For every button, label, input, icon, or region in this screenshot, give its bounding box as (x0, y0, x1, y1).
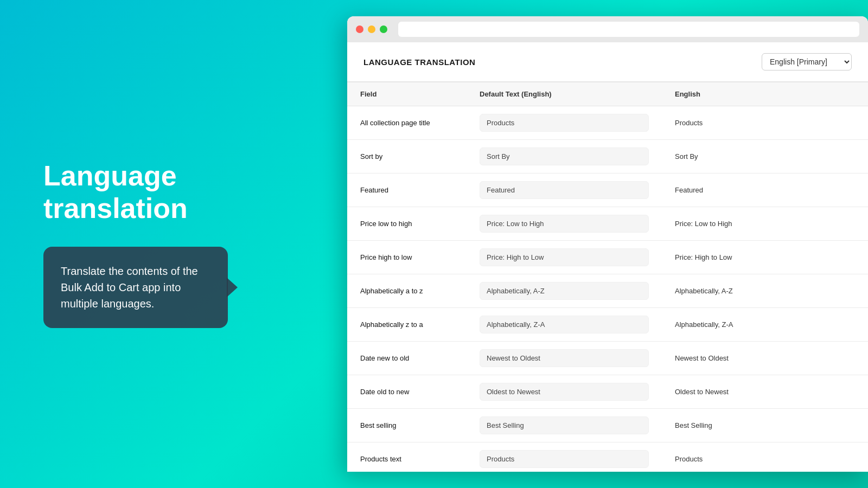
field-label: Best selling (347, 409, 467, 442)
table-row: Date old to newOldest to Newest (347, 375, 868, 409)
english-text-cell: Oldest to Newest (662, 375, 868, 409)
description-text: Translate the contents of the Bulk Add t… (61, 263, 210, 312)
default-text-cell (467, 409, 662, 442)
language-select[interactable]: English [Primary] French Spanish German (762, 53, 852, 70)
field-label: Alphabetically z to a (347, 308, 467, 342)
main-heading: Language translation (43, 160, 228, 225)
fullscreen-dot[interactable] (380, 25, 387, 33)
english-value: Alphabetically, A-Z (675, 284, 733, 298)
default-text-input[interactable] (480, 316, 649, 333)
table-row: Sort bySort By (347, 140, 868, 174)
default-text-cell (467, 174, 662, 207)
english-text-cell: Alphabetically, A-Z (662, 274, 868, 308)
default-text-cell (467, 241, 662, 274)
default-text-input[interactable] (480, 114, 649, 132)
default-text-cell (467, 342, 662, 375)
description-box: Translate the contents of the Bulk Add t… (43, 247, 228, 328)
default-text-input[interactable] (480, 416, 649, 434)
table-row: Products textProducts (347, 442, 868, 472)
default-text-input[interactable] (480, 215, 649, 233)
default-text-input[interactable] (480, 181, 649, 199)
close-dot[interactable] (356, 25, 363, 33)
default-text-input[interactable] (480, 147, 649, 165)
default-text-input[interactable] (480, 450, 649, 468)
col-default-text: Default Text (English) (467, 82, 662, 106)
default-text-input[interactable] (480, 349, 649, 367)
default-text-cell (467, 308, 662, 342)
english-value: Newest to Oldest (675, 351, 729, 365)
english-text-cell: Alphabetically, Z-A (662, 308, 868, 342)
english-value: Oldest to Newest (675, 384, 729, 399)
english-text-cell: Products (662, 442, 868, 472)
field-label: Price high to low (347, 241, 467, 274)
page-title: LANGUAGE TRANSLATION (363, 57, 475, 67)
field-label: Sort by (347, 140, 467, 174)
col-english: English (662, 82, 868, 106)
english-text-cell: Price: Low to High (662, 207, 868, 241)
translation-table: Field Default Text (English) English All… (347, 82, 868, 472)
english-text-cell: Best Selling (662, 409, 868, 442)
table-row: Price high to lowPrice: High to Low (347, 241, 868, 274)
default-text-cell (467, 140, 662, 174)
english-text-cell: Sort By (662, 140, 868, 174)
english-value: Sort By (675, 149, 698, 164)
browser-window: LANGUAGE TRANSLATION English [Primary] F… (347, 16, 868, 472)
english-value: Best Selling (675, 418, 712, 433)
table-row: Alphabetically a to zAlphabetically, A-Z (347, 274, 868, 308)
table-header-row: Field Default Text (English) English (347, 82, 868, 106)
default-text-cell (467, 375, 662, 409)
default-text-input[interactable] (480, 248, 649, 266)
english-text-cell: Featured (662, 174, 868, 207)
address-bar (398, 22, 859, 37)
english-value: Alphabetically, Z-A (675, 317, 733, 332)
english-value: Price: High to Low (675, 250, 732, 265)
default-text-cell (467, 106, 662, 140)
default-text-cell (467, 207, 662, 241)
field-label: Price low to high (347, 207, 467, 241)
field-label: Date new to old (347, 342, 467, 375)
default-text-cell (467, 442, 662, 472)
field-label: All collection page title (347, 106, 467, 140)
table-row: Price low to highPrice: Low to High (347, 207, 868, 241)
english-text-cell: Price: High to Low (662, 241, 868, 274)
field-label: Alphabetically a to z (347, 274, 467, 308)
field-label: Featured (347, 174, 467, 207)
table-row: Best sellingBest Selling (347, 409, 868, 442)
field-label: Date old to new (347, 375, 467, 409)
title-bar (347, 16, 868, 42)
english-text-cell: Products (662, 106, 868, 140)
english-value: Price: Low to High (675, 216, 732, 231)
left-panel: Language translation Translate the conte… (0, 127, 260, 361)
app-header: LANGUAGE TRANSLATION English [Primary] F… (347, 42, 868, 82)
default-text-input[interactable] (480, 282, 649, 300)
english-value: Products (675, 452, 703, 466)
table-row: Alphabetically z to aAlphabetically, Z-A (347, 308, 868, 342)
default-text-cell (467, 274, 662, 308)
table-row: All collection page titleProducts (347, 106, 868, 140)
english-text-cell: Newest to Oldest (662, 342, 868, 375)
english-value: Products (675, 115, 703, 130)
minimize-dot[interactable] (368, 25, 375, 33)
default-text-input[interactable] (480, 383, 649, 401)
field-label: Products text (347, 442, 467, 472)
col-field: Field (347, 82, 467, 106)
app-content: LANGUAGE TRANSLATION English [Primary] F… (347, 42, 868, 472)
table-row: FeaturedFeatured (347, 174, 868, 207)
table-row: Date new to oldNewest to Oldest (347, 342, 868, 375)
english-value: Featured (675, 183, 703, 197)
